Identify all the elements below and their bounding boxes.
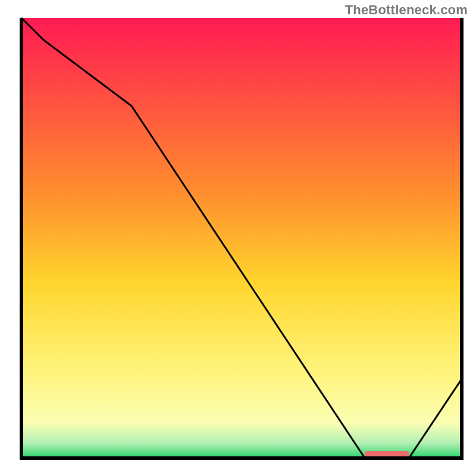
bottleneck-chart — [0, 0, 476, 476]
chart-container: TheBottleneck.com — [0, 0, 476, 476]
plot-background — [21, 18, 462, 458]
optimal-zone-marker — [365, 451, 409, 457]
